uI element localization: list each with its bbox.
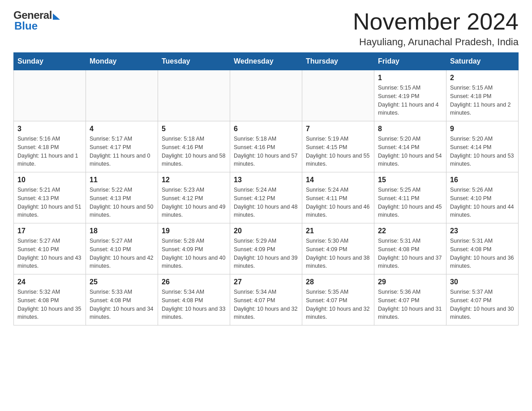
calendar-day-header: Monday	[86, 53, 158, 70]
day-number: 7	[306, 125, 370, 133]
calendar-cell: 25Sunrise: 5:33 AM Sunset: 4:08 PM Dayli…	[86, 274, 158, 325]
calendar-cell: 9Sunrise: 5:20 AM Sunset: 4:14 PM Daylig…	[446, 121, 519, 172]
calendar-cell: 18Sunrise: 5:27 AM Sunset: 4:10 PM Dayli…	[86, 223, 158, 274]
day-info: Sunrise: 5:36 AM Sunset: 4:07 PM Dayligh…	[378, 288, 442, 321]
day-info: Sunrise: 5:19 AM Sunset: 4:15 PM Dayligh…	[306, 135, 370, 168]
calendar-cell	[14, 70, 86, 121]
calendar-cell	[86, 70, 158, 121]
calendar-cell: 15Sunrise: 5:25 AM Sunset: 4:11 PM Dayli…	[374, 172, 446, 223]
calendar-cell	[158, 70, 230, 121]
day-info: Sunrise: 5:18 AM Sunset: 4:16 PM Dayligh…	[234, 135, 298, 168]
day-info: Sunrise: 5:24 AM Sunset: 4:11 PM Dayligh…	[306, 186, 370, 219]
day-info: Sunrise: 5:33 AM Sunset: 4:08 PM Dayligh…	[90, 288, 154, 321]
day-info: Sunrise: 5:23 AM Sunset: 4:12 PM Dayligh…	[162, 186, 226, 219]
calendar-cell: 16Sunrise: 5:26 AM Sunset: 4:10 PM Dayli…	[446, 172, 519, 223]
calendar-week-row: 24Sunrise: 5:32 AM Sunset: 4:08 PM Dayli…	[14, 274, 519, 325]
day-number: 12	[162, 176, 226, 184]
calendar-cell	[302, 70, 374, 121]
day-info: Sunrise: 5:32 AM Sunset: 4:08 PM Dayligh…	[17, 288, 82, 321]
day-info: Sunrise: 5:24 AM Sunset: 4:12 PM Dayligh…	[234, 186, 298, 219]
day-info: Sunrise: 5:25 AM Sunset: 4:11 PM Dayligh…	[378, 186, 442, 219]
calendar-cell: 28Sunrise: 5:35 AM Sunset: 4:07 PM Dayli…	[302, 274, 374, 325]
day-info: Sunrise: 5:16 AM Sunset: 4:18 PM Dayligh…	[17, 135, 82, 168]
day-number: 17	[17, 227, 82, 235]
day-number: 27	[234, 278, 298, 286]
day-number: 2	[450, 74, 515, 82]
logo: General Blue	[13, 9, 60, 32]
day-info: Sunrise: 5:22 AM Sunset: 4:13 PM Dayligh…	[90, 186, 154, 219]
day-number: 1	[378, 74, 442, 82]
day-info: Sunrise: 5:30 AM Sunset: 4:09 PM Dayligh…	[306, 237, 370, 270]
calendar-cell: 5Sunrise: 5:18 AM Sunset: 4:16 PM Daylig…	[158, 121, 230, 172]
day-number: 19	[162, 227, 226, 235]
calendar-cell: 17Sunrise: 5:27 AM Sunset: 4:10 PM Dayli…	[14, 223, 86, 274]
day-info: Sunrise: 5:17 AM Sunset: 4:17 PM Dayligh…	[90, 135, 154, 168]
calendar-cell: 11Sunrise: 5:22 AM Sunset: 4:13 PM Dayli…	[86, 172, 158, 223]
day-number: 13	[234, 176, 298, 184]
calendar-cell: 1Sunrise: 5:15 AM Sunset: 4:19 PM Daylig…	[374, 70, 446, 121]
day-number: 26	[162, 278, 226, 286]
day-number: 6	[234, 125, 298, 133]
day-info: Sunrise: 5:27 AM Sunset: 4:10 PM Dayligh…	[17, 237, 82, 270]
calendar-cell: 10Sunrise: 5:21 AM Sunset: 4:13 PM Dayli…	[14, 172, 86, 223]
calendar-cell: 22Sunrise: 5:31 AM Sunset: 4:08 PM Dayli…	[374, 223, 446, 274]
day-number: 18	[90, 227, 154, 235]
calendar-cell: 30Sunrise: 5:37 AM Sunset: 4:07 PM Dayli…	[446, 274, 519, 325]
day-info: Sunrise: 5:27 AM Sunset: 4:10 PM Dayligh…	[90, 237, 154, 270]
day-info: Sunrise: 5:21 AM Sunset: 4:13 PM Dayligh…	[17, 186, 82, 219]
day-info: Sunrise: 5:20 AM Sunset: 4:14 PM Dayligh…	[450, 135, 515, 168]
calendar-cell: 8Sunrise: 5:20 AM Sunset: 4:14 PM Daylig…	[374, 121, 446, 172]
logo-blue-text: Blue	[13, 20, 38, 32]
calendar-cell: 20Sunrise: 5:29 AM Sunset: 4:09 PM Dayli…	[230, 223, 302, 274]
logo-arrow-icon	[53, 13, 60, 20]
header: General Blue November 2024 Hayuliang, Ar…	[13, 9, 519, 48]
day-number: 4	[90, 125, 154, 133]
calendar-cell: 24Sunrise: 5:32 AM Sunset: 4:08 PM Dayli…	[14, 274, 86, 325]
calendar-cell: 6Sunrise: 5:18 AM Sunset: 4:16 PM Daylig…	[230, 121, 302, 172]
day-info: Sunrise: 5:31 AM Sunset: 4:08 PM Dayligh…	[450, 237, 515, 270]
day-info: Sunrise: 5:26 AM Sunset: 4:10 PM Dayligh…	[450, 186, 515, 219]
day-number: 29	[378, 278, 442, 286]
day-info: Sunrise: 5:34 AM Sunset: 4:07 PM Dayligh…	[234, 288, 298, 321]
day-number: 3	[17, 125, 82, 133]
day-number: 21	[306, 227, 370, 235]
calendar-cell: 13Sunrise: 5:24 AM Sunset: 4:12 PM Dayli…	[230, 172, 302, 223]
day-info: Sunrise: 5:35 AM Sunset: 4:07 PM Dayligh…	[306, 288, 370, 321]
day-info: Sunrise: 5:15 AM Sunset: 4:19 PM Dayligh…	[378, 84, 442, 117]
calendar-cell: 27Sunrise: 5:34 AM Sunset: 4:07 PM Dayli…	[230, 274, 302, 325]
calendar-week-row: 17Sunrise: 5:27 AM Sunset: 4:10 PM Dayli…	[14, 223, 519, 274]
calendar-week-row: 3Sunrise: 5:16 AM Sunset: 4:18 PM Daylig…	[14, 121, 519, 172]
day-number: 5	[162, 125, 226, 133]
day-number: 11	[90, 176, 154, 184]
calendar-week-row: 1Sunrise: 5:15 AM Sunset: 4:19 PM Daylig…	[14, 70, 519, 121]
calendar-cell: 23Sunrise: 5:31 AM Sunset: 4:08 PM Dayli…	[446, 223, 519, 274]
day-number: 15	[378, 176, 442, 184]
day-number: 25	[90, 278, 154, 286]
calendar: SundayMondayTuesdayWednesdayThursdayFrid…	[13, 52, 519, 325]
day-info: Sunrise: 5:15 AM Sunset: 4:18 PM Dayligh…	[450, 84, 515, 117]
day-number: 22	[378, 227, 442, 235]
calendar-cell: 7Sunrise: 5:19 AM Sunset: 4:15 PM Daylig…	[302, 121, 374, 172]
calendar-day-header: Tuesday	[158, 53, 230, 70]
day-number: 9	[450, 125, 515, 133]
day-info: Sunrise: 5:18 AM Sunset: 4:16 PM Dayligh…	[162, 135, 226, 168]
day-number: 14	[306, 176, 370, 184]
day-info: Sunrise: 5:37 AM Sunset: 4:07 PM Dayligh…	[450, 288, 515, 321]
day-info: Sunrise: 5:29 AM Sunset: 4:09 PM Dayligh…	[234, 237, 298, 270]
calendar-day-header: Wednesday	[230, 53, 302, 70]
day-number: 24	[17, 278, 82, 286]
calendar-day-header: Saturday	[446, 53, 519, 70]
day-info: Sunrise: 5:34 AM Sunset: 4:08 PM Dayligh…	[162, 288, 226, 321]
day-number: 23	[450, 227, 515, 235]
day-number: 20	[234, 227, 298, 235]
calendar-cell: 3Sunrise: 5:16 AM Sunset: 4:18 PM Daylig…	[14, 121, 86, 172]
calendar-day-header: Friday	[374, 53, 446, 70]
calendar-header-row: SundayMondayTuesdayWednesdayThursdayFrid…	[14, 53, 519, 70]
calendar-day-header: Sunday	[14, 53, 86, 70]
day-info: Sunrise: 5:31 AM Sunset: 4:08 PM Dayligh…	[378, 237, 442, 270]
day-info: Sunrise: 5:28 AM Sunset: 4:09 PM Dayligh…	[162, 237, 226, 270]
day-number: 30	[450, 278, 515, 286]
day-number: 28	[306, 278, 370, 286]
calendar-cell: 2Sunrise: 5:15 AM Sunset: 4:18 PM Daylig…	[446, 70, 519, 121]
main-title: November 2024	[353, 9, 519, 34]
